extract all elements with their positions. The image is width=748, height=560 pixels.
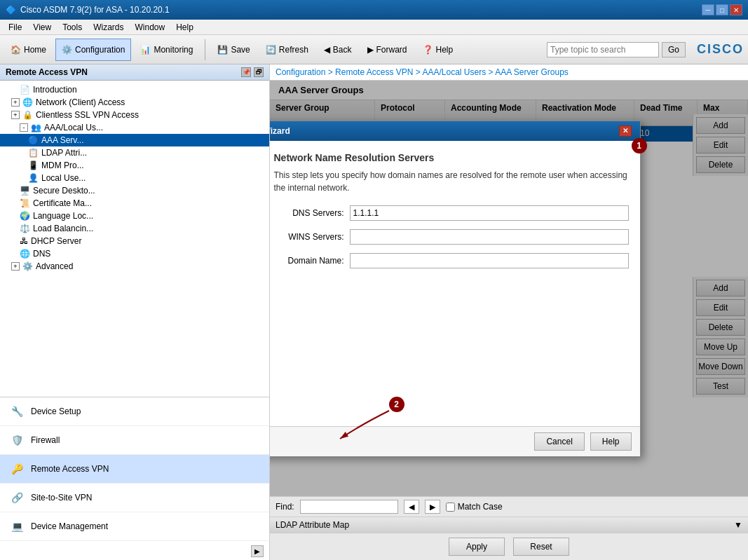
dialog-overlay: AnyConnect VPN Connection Setup Wizard ✕… — [270, 81, 748, 496]
sidebar-tree: 📄 Introduction + 🌐 Network (Client) Acce… — [0, 81, 269, 397]
expand-advanced[interactable]: + — [11, 262, 20, 271]
ldap-expand-icon[interactable]: ▼ — [734, 520, 742, 530]
dns-label: DNS Servers: — [274, 208, 344, 218]
menu-file[interactable]: File — [3, 21, 27, 34]
sidebar-controls: 📌 🗗 — [241, 67, 264, 77]
desktop-icon: 🖥️ — [20, 186, 30, 196]
help-icon: ❓ — [423, 45, 433, 55]
tree-item-cert-mgmt[interactable]: 📜 Certificate Ma... — [0, 197, 269, 210]
apply-button[interactable]: Apply — [449, 538, 505, 556]
tree-item-secure-desktop[interactable]: 🖥️ Secure Deskto... — [0, 184, 269, 197]
configuration-button[interactable]: ⚙️ Configuration — [55, 39, 131, 61]
help-button-dialog[interactable]: Help — [590, 432, 632, 451]
content-main: AAA Server Groups Server Group Protocol … — [270, 81, 748, 496]
action-bar: Apply Reset — [270, 533, 748, 560]
annotation-1: 1 — [632, 138, 647, 153]
nav-firewall[interactable]: 🛡️ Firewall — [0, 426, 269, 455]
find-input[interactable] — [300, 500, 398, 514]
tree-item-aaa-local[interactable]: - 👥 AAA/Local Us... — [0, 121, 269, 134]
back-button[interactable]: ◀ Back — [318, 39, 358, 61]
aaa-server-icon: 🔵 — [28, 135, 39, 145]
tree-item-local-users[interactable]: 👤 Local Use... — [0, 172, 269, 184]
sidebar-title: Remote Access VPN — [6, 67, 88, 77]
domain-row: Domain Name: — [274, 253, 629, 268]
expand-icon[interactable]: + — [11, 98, 20, 107]
tree-item-aaa-server[interactable]: 🔵 AAA Serv... — [0, 134, 269, 146]
main-layout: Remote Access VPN 📌 🗗 📄 Introduction + 🌐… — [0, 64, 748, 560]
dialog-content: Network Name Resolution Servers This ste… — [270, 141, 640, 426]
expand-icon-ssl[interactable]: + — [11, 111, 20, 119]
refresh-icon: 🔄 — [266, 45, 276, 55]
section-desc: This step lets you specify how domain na… — [274, 169, 629, 194]
menu-wizards[interactable]: Wizards — [88, 21, 129, 34]
refresh-button[interactable]: 🔄 Refresh — [259, 39, 315, 61]
nav-site-vpn[interactable]: 🔗 Site-to-Site VPN — [0, 484, 269, 512]
bottom-nav: 🔧 Device Setup 🛡️ Firewall 🔑 Remote Acce… — [0, 397, 269, 560]
monitoring-button[interactable]: 📊 Monitoring — [134, 39, 199, 61]
forward-button[interactable]: ▶ Forward — [361, 39, 414, 61]
expand-aaa[interactable]: - — [20, 123, 28, 132]
dhcp-icon: 🖧 — [20, 236, 28, 246]
device-setup-icon: 🔧 — [8, 403, 25, 420]
tree-item-dhcp[interactable]: 🖧 DHCP Server — [0, 235, 269, 247]
menu-help[interactable]: Help — [170, 21, 199, 34]
minimize-button[interactable]: ─ — [702, 4, 714, 15]
nav-device-mgmt-label: Device Management — [31, 521, 108, 531]
tree-item-advanced[interactable]: + ⚙️ Advanced — [0, 260, 269, 273]
tree-item-clientless-ssl[interactable]: + 🔒 Clientless SSL VPN Access — [0, 109, 269, 121]
cert-icon: 📜 — [20, 198, 30, 208]
device-mgmt-icon: 💻 — [8, 518, 25, 535]
tree-item-mdm[interactable]: 📱 MDM Pro... — [0, 159, 269, 172]
dialog-close-button[interactable]: ✕ — [619, 125, 632, 137]
go-button[interactable]: Go — [662, 42, 686, 57]
advanced-icon: ⚙️ — [22, 261, 33, 271]
wins-input[interactable] — [350, 229, 629, 245]
window-controls: ─ □ ✕ — [702, 4, 742, 15]
tree-item-language[interactable]: 🌍 Language Loc... — [0, 210, 269, 222]
tree-item-ldap[interactable]: 📋 LDAP Attri... — [0, 146, 269, 159]
menu-tools[interactable]: Tools — [57, 21, 88, 34]
dns-input[interactable] — [350, 205, 629, 221]
annotation-2-container: 2 — [389, 397, 404, 412]
tree-item-network-client[interactable]: + 🌐 Network (Client) Access — [0, 96, 269, 109]
sidebar-restore-button[interactable]: 🗗 — [254, 67, 264, 77]
find-label: Find: — [276, 502, 294, 512]
wizard-dialog: AnyConnect VPN Connection Setup Wizard ✕… — [270, 121, 641, 457]
cancel-button-dialog[interactable]: Cancel — [534, 432, 584, 451]
doc-icon: 📄 — [20, 85, 30, 95]
reset-button[interactable]: Reset — [513, 538, 569, 556]
sidebar-pin-button[interactable]: 📌 — [241, 67, 251, 77]
app-title: Cisco ASDM 7.9(2) for ASA - 10.20.20.1 — [20, 5, 702, 15]
cisco-logo: CISCO — [697, 42, 744, 57]
help-toolbar-button[interactable]: ❓ Help — [416, 39, 460, 61]
dialog-footer: < Back Next > Cancel Help — [270, 426, 640, 456]
domain-input[interactable] — [350, 253, 629, 268]
dialog-body: Steps 1. Introduction 2. Connection Prof… — [270, 141, 640, 426]
nav-firewall-label: Firewall — [31, 435, 60, 445]
menu-window[interactable]: Window — [130, 21, 171, 34]
close-button[interactable]: ✕ — [730, 4, 742, 15]
find-prev-button[interactable]: ◀ — [404, 500, 419, 514]
nav-remote-vpn[interactable]: 🔑 Remote Access VPN — [0, 455, 269, 484]
lb-icon: ⚖️ — [20, 224, 30, 233]
sidebar: Remote Access VPN 📌 🗗 📄 Introduction + 🌐… — [0, 64, 270, 560]
match-case-label: Match Case — [458, 502, 503, 512]
ldap-bar: LDAP Attribute Map ▼ — [270, 517, 748, 533]
home-icon: 🏠 — [11, 45, 21, 55]
find-next-button[interactable]: ▶ — [425, 500, 440, 514]
home-button[interactable]: 🏠 Home — [4, 39, 53, 61]
match-case-check[interactable] — [446, 503, 455, 512]
maximize-button[interactable]: □ — [716, 4, 728, 15]
nav-device-setup-label: Device Setup — [31, 407, 81, 416]
wins-label: WINS Servers: — [274, 232, 344, 242]
tree-item-dns[interactable]: 🌐 DNS — [0, 247, 269, 260]
menu-view[interactable]: View — [27, 21, 57, 34]
save-button[interactable]: 💾 Save — [211, 39, 256, 61]
nav-device-mgmt[interactable]: 💻 Device Management — [0, 512, 269, 541]
nav-device-setup[interactable]: 🔧 Device Setup — [0, 397, 269, 426]
tree-item-load-balancing[interactable]: ⚖️ Load Balancin... — [0, 222, 269, 235]
search-input[interactable] — [547, 42, 659, 57]
network-icon: 🌐 — [22, 97, 33, 107]
expand-sidebar-button[interactable]: ▶ — [251, 545, 264, 557]
tree-item-introduction[interactable]: 📄 Introduction — [0, 83, 269, 96]
